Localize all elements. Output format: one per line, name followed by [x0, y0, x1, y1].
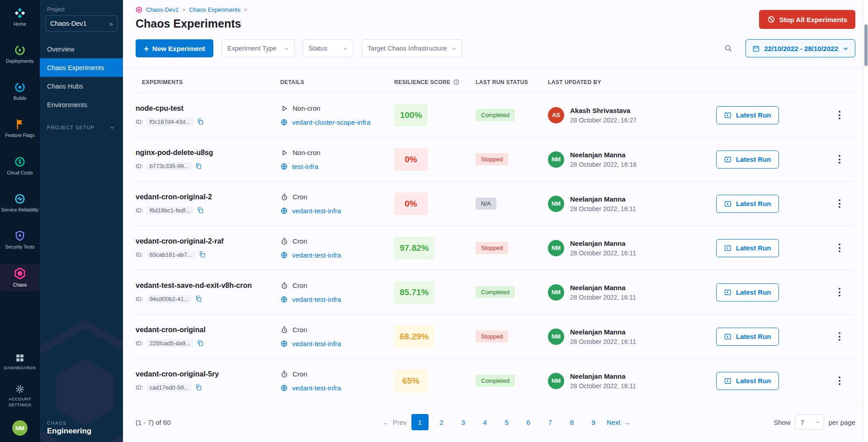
- experiment-name[interactable]: vedant-test-save-nd-exit-v8h-cron: [136, 282, 280, 290]
- latest-run-button[interactable]: Latest Run: [716, 328, 779, 346]
- table-header-row: EXPERIMENTS DETAILS RESILIENCE SCORE LAS…: [136, 68, 855, 93]
- sidebar-item-overview[interactable]: Overview: [40, 40, 123, 58]
- info-icon[interactable]: [453, 79, 460, 85]
- latest-run-button[interactable]: Latest Run: [716, 239, 779, 257]
- infrastructure-link[interactable]: vedant-test-infra: [292, 384, 341, 392]
- page-button-7[interactable]: 7: [542, 414, 559, 430]
- kebab-icon: [839, 376, 840, 378]
- infrastructure-link[interactable]: vedant-test-infra: [292, 251, 341, 259]
- sidebar-item-chaos-hubs[interactable]: Chaos Hubs: [40, 77, 123, 95]
- window-scrollbar[interactable]: [863, 0, 868, 442]
- copy-id-button[interactable]: [195, 384, 202, 391]
- user-meta: Neelanjan Manna 28 October 2022, 16:11: [570, 195, 636, 212]
- expand-sidebar-icon[interactable]: »: [109, 20, 113, 28]
- scrollbar-thumb[interactable]: [864, 24, 868, 66]
- resilience-score-cell: 65%: [394, 370, 476, 392]
- page-button-9[interactable]: 9: [585, 414, 602, 430]
- arrow-left-icon: ←: [383, 418, 390, 426]
- project-setup-toggle[interactable]: PROJECT SETUP: [40, 125, 123, 130]
- next-page-button[interactable]: Next →: [607, 418, 631, 426]
- copy-id-button[interactable]: [197, 339, 204, 347]
- project-selector[interactable]: Chaos-Dev1 »: [45, 15, 118, 32]
- copy-id-button[interactable]: [195, 295, 202, 302]
- experiment-type-filter[interactable]: Experiment Type: [222, 39, 295, 57]
- latest-run-button[interactable]: Latest Run: [716, 283, 779, 301]
- copy-id-button[interactable]: [197, 118, 204, 125]
- page-button-5[interactable]: 5: [498, 414, 515, 430]
- search-icon: [724, 44, 733, 53]
- latest-run-cell: Latest Run: [716, 195, 828, 213]
- page-button-4[interactable]: 4: [476, 414, 494, 430]
- nav-deployments[interactable]: Deployments: [0, 41, 40, 68]
- experiment-name[interactable]: node-cpu-test: [136, 104, 280, 113]
- per-page-select[interactable]: 7: [795, 414, 824, 430]
- date-range-picker[interactable]: 22/10/2022 - 28/10/2022: [745, 39, 855, 57]
- stop-all-experiments-button[interactable]: Stop All Experiments: [759, 10, 855, 29]
- nav-builds[interactable]: Builds: [0, 78, 40, 105]
- schedule-line: Cron: [280, 237, 394, 245]
- infrastructure-link[interactable]: vedant-test-infra: [292, 296, 341, 303]
- experiment-name[interactable]: vedant-cron-original-5ry: [136, 370, 280, 378]
- status-filter[interactable]: Status: [303, 39, 354, 57]
- nav-dashboards[interactable]: DASHBOARDS: [0, 349, 40, 374]
- nav-feature-flags[interactable]: Feature Flags: [0, 115, 40, 142]
- page-button-1[interactable]: 1: [411, 414, 429, 430]
- last-run-status-cell: Stopped: [476, 330, 548, 343]
- column-last-updated-by: LAST UPDATED BY: [548, 79, 716, 85]
- row-menu-button[interactable]: [833, 106, 846, 125]
- column-resilience-score: RESILIENCE SCORE: [394, 79, 476, 85]
- row-menu-button[interactable]: [833, 371, 846, 390]
- row-menu-button[interactable]: [833, 150, 846, 169]
- breadcrumb-project[interactable]: Chaos-Dev1: [146, 6, 179, 13]
- resilience-score: 68.29%: [394, 325, 434, 348]
- search-button[interactable]: [719, 39, 737, 57]
- page-button-2[interactable]: 2: [433, 414, 450, 430]
- target-infrastructure-filter[interactable]: Target Chaos Infrastructure: [362, 39, 462, 57]
- copy-icon: [197, 207, 204, 214]
- row-menu-button[interactable]: [833, 327, 846, 346]
- prev-page-button[interactable]: ← Prev: [383, 418, 407, 426]
- user-avatar-rail[interactable]: NM: [12, 420, 28, 436]
- status-badge: Completed: [476, 109, 515, 121]
- latest-run-button[interactable]: Latest Run: [716, 106, 779, 124]
- copy-id-button[interactable]: [195, 162, 202, 169]
- infrastructure-link[interactable]: vedant-test-infra: [292, 340, 341, 348]
- experiment-cell: vedant-cron-original-2-raf ID: 83cab181-…: [136, 237, 280, 259]
- breadcrumb-experiments[interactable]: Chaos Experiments: [189, 6, 240, 13]
- nav-security-tests[interactable]: Security Tests: [0, 226, 40, 254]
- page-button-6[interactable]: 6: [520, 414, 537, 430]
- nav-chaos[interactable]: Chaos: [0, 263, 40, 292]
- page-button-8[interactable]: 8: [563, 414, 580, 430]
- latest-run-button[interactable]: Latest Run: [716, 150, 779, 169]
- nav-account-settings[interactable]: ACCOUNT SETTINGS: [0, 381, 40, 411]
- sidebar-item-environments[interactable]: Environments: [40, 95, 123, 114]
- experiment-name[interactable]: nginx-pod-delete-u8sg: [136, 149, 280, 157]
- infrastructure-link[interactable]: test-infra: [292, 163, 318, 170]
- latest-run-button[interactable]: Latest Run: [716, 195, 779, 213]
- nav-home[interactable]: Home: [0, 4, 40, 31]
- security-tests-icon: [14, 230, 26, 242]
- latest-run-button[interactable]: Latest Run: [716, 372, 779, 390]
- infrastructure-link[interactable]: vedant-test-infra: [292, 207, 341, 215]
- experiment-cell: node-cpu-test ID: f0c187d4-43d...: [136, 104, 280, 126]
- row-menu-button[interactable]: [833, 239, 846, 258]
- resilience-score: 85.71%: [394, 281, 434, 304]
- copy-id-button[interactable]: [197, 207, 204, 214]
- run-report-icon: [724, 200, 732, 208]
- row-menu-button[interactable]: [833, 194, 846, 213]
- copy-id-button[interactable]: [198, 251, 206, 258]
- schedule-type: Cron: [292, 370, 307, 378]
- experiment-name[interactable]: vedant-cron-original-2: [136, 193, 280, 201]
- user-meta: Neelanjan Manna 28 October 2022, 16:11: [570, 372, 636, 390]
- nav-service-reliability[interactable]: Service Reliability: [0, 189, 40, 216]
- infrastructure-link[interactable]: vedant-cluster-scope-infra: [292, 118, 370, 126]
- table-row: vedant-cron-original-5ry ID: cad17ed0-59…: [136, 358, 855, 403]
- experiment-name[interactable]: vedant-cron-original: [136, 326, 280, 334]
- sidebar-item-chaos-experiments[interactable]: Chaos Experiments: [40, 58, 123, 77]
- page-button-3[interactable]: 3: [455, 414, 472, 430]
- last-updated-by-cell: NM Neelanjan Manna 28 October 2022, 16:1…: [548, 372, 716, 390]
- new-experiment-button[interactable]: + New Experiment: [136, 39, 213, 57]
- row-menu-button[interactable]: [833, 283, 846, 302]
- nav-cloud-costs[interactable]: $ Cloud Costs: [0, 152, 40, 179]
- experiment-name[interactable]: vedant-cron-original-2-raf: [136, 237, 280, 245]
